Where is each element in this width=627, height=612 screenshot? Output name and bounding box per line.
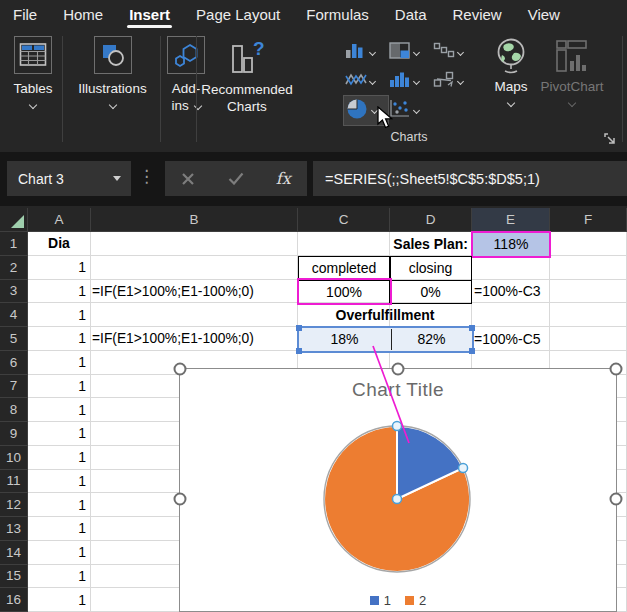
row-header-15[interactable]: 15 <box>0 565 28 589</box>
insert-column-chart-button[interactable] <box>344 38 388 67</box>
cell-e2[interactable] <box>472 256 550 280</box>
row-header-14[interactable]: 14 <box>0 541 28 565</box>
cell-a9[interactable]: 1 <box>28 422 91 446</box>
column-header-f[interactable]: F <box>550 208 627 232</box>
tab-page-layout[interactable]: Page Layout <box>183 0 293 30</box>
chart-resize-handle[interactable] <box>610 493 623 506</box>
cell-a1[interactable]: Dia <box>28 232 91 256</box>
tab-insert[interactable]: Insert <box>116 0 183 30</box>
insert-scatter-chart-button[interactable] <box>388 96 432 125</box>
row-header-13[interactable]: 13 <box>0 517 28 541</box>
row-header-7[interactable]: 7 <box>0 375 28 399</box>
row-header-5[interactable]: 5 <box>0 327 28 351</box>
tab-review[interactable]: Review <box>440 0 515 30</box>
column-header-b[interactable]: B <box>91 208 298 232</box>
pie-plot-area[interactable] <box>180 369 615 610</box>
insert-treemap-button[interactable] <box>388 38 432 67</box>
cell-a6[interactable]: 1 <box>28 351 91 375</box>
chart-resize-handle[interactable] <box>174 363 187 376</box>
chart-resize-handle[interactable] <box>174 493 187 506</box>
column-header-d[interactable]: D <box>390 208 472 232</box>
insert-line-chart-button[interactable] <box>344 67 388 96</box>
tab-file[interactable]: File <box>0 0 50 30</box>
cell-e3-formula[interactable]: =100%-C3 <box>474 280 574 304</box>
row-header-6[interactable]: 6 <box>0 351 28 375</box>
cell-a3[interactable]: 1 <box>28 280 91 304</box>
cell-a5[interactable]: 1 <box>28 327 91 351</box>
cell-e5-formula[interactable]: =100%-C5 <box>474 327 574 351</box>
row-header-3[interactable]: 3 <box>0 280 28 304</box>
cell-b1[interactable] <box>91 232 298 256</box>
tab-formulas[interactable]: Formulas <box>293 0 382 30</box>
column-header-c[interactable]: C <box>298 208 390 232</box>
chart-resize-handle[interactable] <box>610 363 623 376</box>
row-header-8[interactable]: 8 <box>0 398 28 422</box>
cell-b5-formula[interactable]: =IF(E1>100%;E1-100%;0) <box>92 327 297 351</box>
row-header-2[interactable]: 2 <box>0 256 28 280</box>
pie-chart-object[interactable]: Chart Title 12 <box>179 368 617 612</box>
column-header-a[interactable]: A <box>28 208 91 232</box>
select-all-corner[interactable] <box>0 208 28 232</box>
tab-view[interactable]: View <box>515 0 573 30</box>
legend-item-1[interactable]: 1 <box>370 593 391 608</box>
row-header-16[interactable]: 16 <box>0 588 28 612</box>
cell-e4[interactable] <box>472 303 550 327</box>
insert-waterfall-button[interactable] <box>432 38 474 67</box>
cell-a4[interactable]: 1 <box>28 303 91 327</box>
insert-combo-chart-button[interactable] <box>432 67 474 96</box>
cell-d2[interactable]: closing <box>390 257 471 280</box>
recommended-charts-button[interactable]: ? Recommended Charts <box>201 36 293 115</box>
row-header-10[interactable]: 10 <box>0 446 28 470</box>
cell-d5[interactable]: 82% <box>392 328 472 351</box>
series-point-handle[interactable] <box>459 463 468 472</box>
cell-a13[interactable]: 1 <box>28 517 91 541</box>
tab-home[interactable]: Home <box>50 0 116 30</box>
pivotchart-button[interactable]: PivotChart <box>536 36 608 106</box>
dialog-launcher-button[interactable] <box>604 132 617 145</box>
name-box-dropdown-icon[interactable] <box>113 176 121 181</box>
cell-d3[interactable]: 0% <box>390 280 471 304</box>
row-header-11[interactable]: 11 <box>0 470 28 494</box>
cell-a14[interactable]: 1 <box>28 541 91 565</box>
cell-a7[interactable]: 1 <box>28 375 91 399</box>
row-header-1[interactable]: 1 <box>0 232 28 256</box>
chart-title[interactable]: Chart Title <box>180 379 616 401</box>
chart-source-range-c5-d5[interactable]: 18% 82% <box>297 326 474 353</box>
insert-histogram-button[interactable] <box>388 67 432 96</box>
cell-f2[interactable] <box>550 256 627 280</box>
cell-a11[interactable]: 1 <box>28 470 91 494</box>
tables-button[interactable]: Tables <box>4 36 62 108</box>
cell-f4[interactable] <box>550 303 627 327</box>
cell-a2[interactable]: 1 <box>28 256 91 280</box>
formula-input[interactable]: =SERIES(;;Sheet5!$C$5:$D$5;1) <box>313 161 627 196</box>
row-header-9[interactable]: 9 <box>0 422 28 446</box>
legend-item-2[interactable]: 2 <box>405 593 426 608</box>
cell-f1[interactable] <box>550 232 627 256</box>
row-header-12[interactable]: 12 <box>0 493 28 517</box>
cell-c2[interactable]: completed <box>299 257 389 280</box>
cancel-icon[interactable] <box>181 172 195 186</box>
maps-button[interactable]: Maps <box>484 36 538 106</box>
tab-data[interactable]: Data <box>382 0 440 30</box>
range-handle[interactable] <box>296 325 302 331</box>
chart-resize-handle[interactable] <box>392 363 405 376</box>
sales-plan-label[interactable]: Sales Plan: <box>298 232 468 256</box>
cell-e1-sales-plan-value[interactable]: 118% <box>471 231 551 258</box>
illustrations-button[interactable]: Illustrations <box>66 36 159 108</box>
cell-a10[interactable]: 1 <box>28 446 91 470</box>
cell-a12[interactable]: 1 <box>28 493 91 517</box>
series-point-handle[interactable] <box>393 422 402 431</box>
column-header-e[interactable]: E <box>472 208 550 232</box>
row-header-4[interactable]: 4 <box>0 303 28 327</box>
overfulfillment-label[interactable]: Overfulfillment <box>298 303 472 327</box>
chart-legend[interactable]: 12 <box>180 593 616 608</box>
cell-b3-formula[interactable]: =IF(E1>100%;E1-100%;0) <box>92 280 297 304</box>
cell-b2[interactable] <box>91 256 298 280</box>
cell-c5[interactable]: 18% <box>299 328 391 351</box>
cell-b4[interactable] <box>91 303 298 327</box>
name-box[interactable]: Chart 3 <box>7 161 131 196</box>
cell-a16[interactable]: 1 <box>28 588 91 612</box>
insert-pie-chart-button[interactable] <box>344 96 388 125</box>
range-handle[interactable] <box>296 348 302 354</box>
enter-check-icon[interactable] <box>228 172 244 185</box>
